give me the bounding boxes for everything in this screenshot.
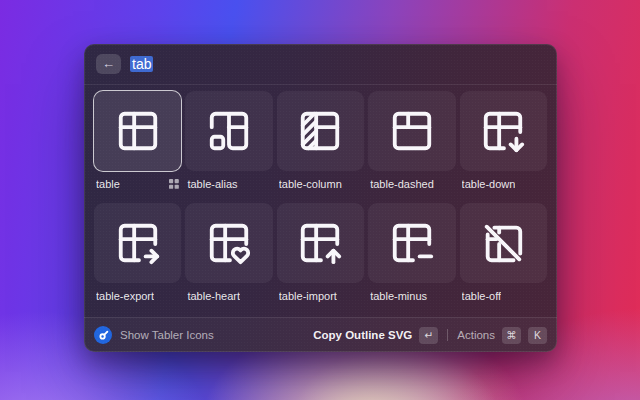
- table-heart-icon[interactable]: [185, 203, 272, 283]
- icon-name-label: table-heart: [187, 290, 240, 302]
- table-dashed-icon[interactable]: [368, 91, 455, 171]
- icon-result-table-dashed[interactable]: table-dashed: [368, 91, 455, 190]
- table-icon[interactable]: [94, 91, 181, 171]
- actions-button[interactable]: Actions: [457, 329, 495, 341]
- icon-name-label: table-alias: [187, 178, 237, 190]
- icon-label-row: table-import: [279, 289, 362, 302]
- icon-result-table-export[interactable]: table-export: [94, 203, 181, 302]
- icon-label-row: table-alias: [187, 177, 270, 190]
- icon-name-label: table-export: [96, 290, 154, 302]
- enter-key-icon: ↵: [419, 327, 438, 344]
- tabler-logo-icon: [94, 326, 112, 344]
- back-button[interactable]: ←: [96, 54, 121, 74]
- icon-result-table[interactable]: table: [94, 91, 181, 190]
- raycast-window: ← tab table table-alias table-column tab…: [84, 44, 557, 352]
- icon-label-row: table-off: [462, 289, 545, 302]
- icon-label-row: table-minus: [370, 289, 453, 302]
- icon-result-table-import[interactable]: table-import: [277, 203, 364, 302]
- icon-result-table-alias[interactable]: table-alias: [185, 91, 272, 190]
- table-export-icon[interactable]: [94, 203, 181, 283]
- icon-result-table-minus[interactable]: table-minus: [368, 203, 455, 302]
- table-down-icon[interactable]: [460, 91, 547, 171]
- k-key-icon: K: [528, 327, 547, 344]
- search-bar: ← tab: [84, 44, 557, 85]
- search-input[interactable]: tab: [130, 56, 153, 72]
- action-bar: Show Tabler Icons Copy Outline SVG ↵ Act…: [84, 317, 557, 352]
- icon-result-table-column[interactable]: table-column: [277, 91, 364, 190]
- table-minus-icon[interactable]: [368, 203, 455, 283]
- grid-indicator-icon: [169, 179, 179, 189]
- icon-name-label: table-down: [462, 178, 516, 190]
- icon-label-row: table-heart: [187, 289, 270, 302]
- icon-name-label: table-column: [279, 178, 342, 190]
- icon-label-row: table-dashed: [370, 177, 453, 190]
- icon-label-row: table-down: [462, 177, 545, 190]
- copy-outline-svg-button[interactable]: Copy Outline SVG: [313, 329, 412, 341]
- table-alias-icon[interactable]: [185, 91, 272, 171]
- icon-results-grid: table table-alias table-column table-das…: [94, 91, 547, 302]
- icon-result-table-heart[interactable]: table-heart: [185, 203, 272, 302]
- search-query-text: tab: [130, 56, 153, 72]
- icon-result-table-off[interactable]: table-off: [460, 203, 547, 302]
- icon-name-label: table-off: [462, 290, 502, 302]
- icon-name-label: table-dashed: [370, 178, 434, 190]
- icon-name-label: table-import: [279, 290, 337, 302]
- footer-divider: [447, 329, 448, 341]
- icon-result-table-down[interactable]: table-down: [460, 91, 547, 190]
- icon-label-row: table-column: [279, 177, 362, 190]
- table-column-icon[interactable]: [277, 91, 364, 171]
- icon-label-row: table-export: [96, 289, 179, 302]
- icon-name-label: table: [96, 178, 120, 190]
- icon-name-label: table-minus: [370, 290, 427, 302]
- table-off-icon[interactable]: [460, 203, 547, 283]
- icon-label-row: table: [96, 177, 179, 190]
- table-import-icon[interactable]: [277, 203, 364, 283]
- extension-name: Show Tabler Icons: [120, 329, 214, 341]
- command-key-icon: ⌘: [502, 327, 521, 344]
